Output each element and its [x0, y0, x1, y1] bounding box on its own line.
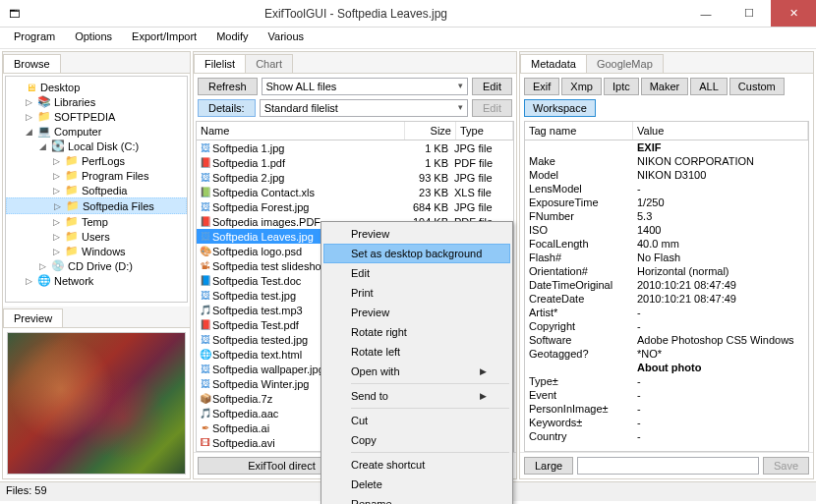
metadata-row[interactable]: Flash#No Flash [525, 251, 808, 264]
expand-icon[interactable]: ▷ [51, 232, 62, 242]
context-menu-item[interactable]: Set as desktop background [323, 244, 510, 263]
expand-icon[interactable]: ▷ [24, 112, 34, 122]
metadata-row[interactable]: ModelNIKON D3100 [525, 168, 808, 182]
metadata-row[interactable]: LensModel- [525, 182, 808, 196]
tab-browse[interactable]: Browse [3, 54, 61, 73]
context-menu-item[interactable]: Preview [323, 303, 510, 322]
tree-item[interactable]: ▷📚Libraries [6, 94, 187, 109]
expand-icon[interactable]: ▷ [37, 261, 48, 271]
menu-modify[interactable]: Modify [206, 28, 258, 48]
col-size[interactable]: Size [405, 122, 456, 140]
metadata-row[interactable]: Event- [525, 388, 808, 402]
metadata-row[interactable]: FocalLength40.0 mm [525, 237, 808, 251]
menu-options[interactable]: Options [65, 28, 122, 48]
workspace-button[interactable]: Workspace [524, 99, 596, 117]
metadata-row[interactable]: Country- [525, 429, 808, 443]
context-menu[interactable]: PreviewSet as desktop backgroundEditPrin… [321, 221, 513, 504]
metadata-row[interactable]: DateTimeOriginal2010:10:21 08:47:49 [525, 278, 808, 292]
tree-item[interactable]: ▷📁PerfLogs [6, 153, 187, 168]
meta-tab-exif[interactable]: Exif [524, 78, 559, 95]
context-menu-item[interactable]: Rotate left [323, 342, 510, 362]
metadata-row[interactable]: Orientation#Horizontal (normal) [525, 264, 808, 278]
expand-icon[interactable]: ◢ [24, 127, 34, 137]
metadata-row[interactable]: FNumber5.3 [525, 209, 808, 223]
col-type[interactable]: Type [456, 122, 513, 140]
metadata-row[interactable]: ExposureTime1/250 [525, 196, 808, 209]
metadata-row[interactable]: CreateDate2010:10:21 08:47:49 [525, 292, 808, 306]
meta-tab-all[interactable]: ALL [690, 78, 728, 95]
expand-icon[interactable]: ▷ [51, 171, 62, 181]
tree-item[interactable]: ▷📁Softpedia [6, 183, 187, 197]
metadata-row[interactable]: SoftwareAdobe Photoshop CS5 Windows [525, 333, 808, 347]
menu-program[interactable]: Program [4, 28, 65, 48]
tree-item[interactable]: ▷📁Softpedia Files [6, 197, 187, 214]
file-row[interactable]: 📕Softpedia 1.pdf1 KBPDF file [197, 155, 513, 170]
meta-tab-custom[interactable]: Custom [729, 78, 785, 95]
context-menu-item[interactable]: Delete [323, 475, 510, 494]
maximize-button[interactable]: ☐ [728, 0, 771, 27]
context-menu-item[interactable]: Create shortcut [323, 455, 510, 475]
refresh-button[interactable]: Refresh [198, 78, 258, 95]
context-menu-item[interactable]: Preview [323, 224, 510, 244]
expand-icon[interactable]: ◢ [37, 141, 48, 151]
file-row[interactable]: 🖼Softpedia 2.jpg93 KBJPG file [197, 170, 513, 185]
expand-icon[interactable]: ▷ [51, 217, 62, 227]
tab-googlemap[interactable]: GoogleMap [586, 54, 664, 73]
col-tagname[interactable]: Tag name [525, 122, 633, 140]
tab-filelist[interactable]: Filelist [194, 54, 246, 73]
folder-tree[interactable]: 🖥Desktop▷📚Libraries▷📁SOFTPEDIA◢💻Computer… [5, 76, 188, 303]
meta-tab-maker[interactable]: Maker [641, 78, 689, 95]
close-button[interactable]: ✕ [771, 0, 816, 27]
value-edit-input[interactable] [577, 457, 759, 475]
meta-tab-iptc[interactable]: Iptc [604, 78, 639, 95]
context-menu-item[interactable]: Edit [323, 263, 510, 283]
metadata-row[interactable]: Keywords±- [525, 416, 808, 429]
details-button[interactable]: Details: [198, 99, 256, 117]
metadata-row[interactable]: Type±- [525, 374, 808, 388]
tree-item[interactable]: ▷📁Program Files [6, 168, 187, 183]
expand-icon[interactable]: ▷ [51, 186, 62, 196]
context-menu-item[interactable]: Rename [323, 494, 510, 504]
metadata-row[interactable]: Artist*- [525, 306, 808, 319]
tree-item[interactable]: ▷📁Users [6, 229, 187, 244]
tree-item[interactable]: ◢💽Local Disk (C:) [6, 139, 187, 153]
menu-export-import[interactable]: Export/Import [122, 28, 206, 48]
context-menu-item[interactable]: Cut [323, 411, 510, 430]
meta-tab-xmp[interactable]: Xmp [561, 78, 602, 95]
expand-icon[interactable]: ▷ [52, 201, 63, 211]
tree-item[interactable]: ▷📁Windows [6, 244, 187, 258]
metadata-row[interactable]: Copyright- [525, 319, 808, 333]
expand-icon[interactable]: ▷ [24, 97, 34, 107]
metadata-row[interactable]: MakeNIKON CORPORATION [525, 154, 808, 168]
file-row[interactable]: 🖼Softpedia Forest.jpg684 KBJPG file [197, 199, 513, 214]
metadata-row[interactable]: About photo [525, 361, 808, 374]
tree-item[interactable]: 🖥Desktop [6, 81, 187, 94]
filter-combo[interactable]: Show ALL files▾ [262, 78, 469, 95]
tree-item[interactable]: ▷🌐Network [6, 273, 187, 288]
metadata-row[interactable]: PersonInImage±- [525, 402, 808, 416]
details-combo[interactable]: Standard filelist▾ [260, 99, 468, 117]
metadata-row[interactable]: ISO1400 [525, 223, 808, 237]
col-value[interactable]: Value [633, 122, 808, 140]
metadata-row[interactable]: EXIF [525, 140, 808, 154]
tree-item[interactable]: ▷📁SOFTPEDIA [6, 109, 187, 124]
edit-filter-button[interactable]: Edit [472, 78, 512, 95]
minimize-button[interactable]: — [684, 0, 728, 27]
expand-icon[interactable]: ▷ [24, 276, 34, 286]
context-menu-item[interactable]: Print [323, 283, 510, 303]
tab-chart[interactable]: Chart [245, 54, 293, 73]
large-button[interactable]: Large [524, 457, 573, 475]
tree-item[interactable]: ▷📁Temp [6, 214, 187, 229]
tab-preview[interactable]: Preview [3, 308, 63, 327]
context-menu-item[interactable]: Rotate right [323, 322, 510, 342]
context-menu-item[interactable]: Copy [323, 430, 510, 450]
tree-item[interactable]: ◢💻Computer [6, 124, 187, 139]
metadata-body[interactable]: EXIFMakeNIKON CORPORATIONModelNIKON D310… [524, 140, 809, 452]
col-name[interactable]: Name [197, 122, 405, 140]
file-row[interactable]: 🖼Softpedia 1.jpg1 KBJPG file [197, 140, 513, 155]
context-menu-item[interactable]: Open with▶ [323, 362, 510, 381]
expand-icon[interactable]: ▷ [51, 156, 62, 166]
tree-item[interactable]: ▷💿CD Drive (D:) [6, 258, 187, 273]
context-menu-item[interactable]: Send to▶ [323, 386, 510, 406]
expand-icon[interactable]: ▷ [51, 247, 62, 256]
